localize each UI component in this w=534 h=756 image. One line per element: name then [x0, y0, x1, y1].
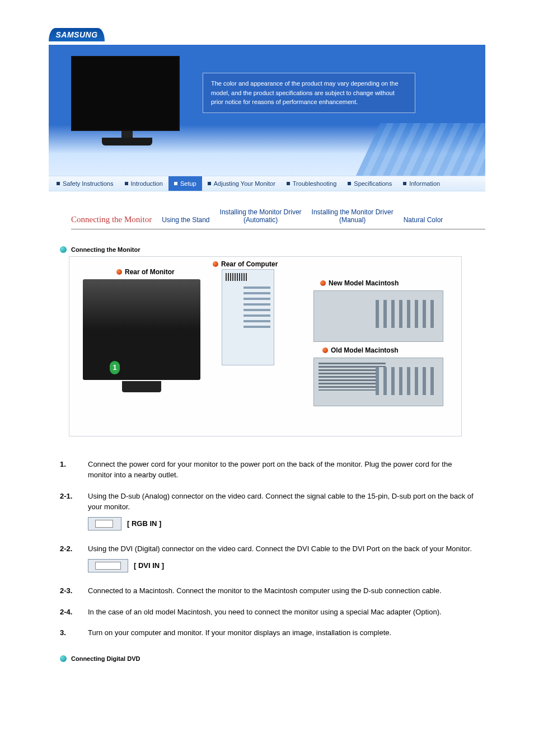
hero-notice: The color and appearance of the product … [203, 73, 415, 113]
label-old-mac: Old Model Macintosh [322, 346, 399, 354]
nav-introduction[interactable]: Introduction [119, 176, 168, 191]
square-bullet-icon [125, 182, 128, 185]
nav-safety-instructions[interactable]: Safety Instructions [51, 176, 119, 191]
square-bullet-icon [403, 182, 406, 185]
nav-information[interactable]: Information [397, 176, 446, 191]
sub-nav: Connecting the Monitor Using the Stand I… [71, 208, 485, 229]
step-text: Connect the power cord for your monitor … [88, 459, 474, 481]
step-number: 2-4. [60, 607, 88, 618]
hero-banner: The color and appearance of the product … [49, 45, 485, 190]
subtab-driver-manual[interactable]: Installing the Monitor Driver (Manual) [312, 208, 394, 228]
nav-label: Information [409, 180, 440, 187]
step-text: Connected to a Macintosh. Connect the mo… [88, 585, 474, 597]
nav-setup[interactable]: Setup [168, 176, 202, 191]
diagram-pc-image [222, 269, 274, 365]
step-number: 2-3. [60, 585, 88, 597]
nav-label: Adjusting Your Monitor [214, 180, 275, 187]
step-row: 2-4. In the case of an old model Macinto… [60, 607, 474, 618]
step-text: Turn on your computer and monitor. If yo… [88, 627, 474, 638]
step-text: Using the DVI (Digital) connector on the… [88, 543, 474, 555]
port-rgb: [ RGB IN ] [88, 517, 161, 530]
square-bullet-icon [174, 182, 177, 185]
step-row: 3. Turn on your computer and monitor. If… [60, 627, 474, 638]
subtab-driver-auto[interactable]: Installing the Monitor Driver (Automatic… [220, 208, 302, 228]
section-heading-connecting: Connecting the Monitor [60, 246, 485, 253]
step-row: 2-2. Using the DVI (Digital) connector o… [60, 543, 474, 575]
diagram-old-mac-image [313, 358, 443, 406]
main-nav: Safety Instructions Introduction Setup A… [49, 176, 485, 191]
nav-label: Specifications [354, 180, 392, 187]
nav-label: Safety Instructions [63, 180, 114, 187]
subtab-using-stand[interactable]: Using the Stand [162, 216, 209, 227]
step-row: 2-3. Connected to a Macintosh. Connect t… [60, 585, 474, 597]
rgb-port-icon [88, 517, 121, 530]
steps-list: 1. Connect the power cord for your monit… [60, 459, 474, 638]
connection-diagram: Rear of Monitor Rear of Computer New Mod… [69, 256, 462, 436]
square-bullet-icon [57, 182, 60, 185]
nav-specifications[interactable]: Specifications [342, 176, 397, 191]
label-new-mac: New Model Macintosh [320, 279, 399, 287]
nav-label: Setup [180, 180, 196, 187]
port-dvi: [ DVI IN ] [88, 559, 164, 572]
step-number: 1. [60, 459, 88, 481]
step-number: 2-1. [60, 491, 88, 534]
red-dot-icon [320, 280, 326, 286]
nav-label: Troubleshooting [293, 180, 336, 187]
subtab-natural-color[interactable]: Natural Color [404, 216, 443, 227]
subtab-connecting-monitor[interactable]: Connecting the Monitor [71, 214, 152, 228]
red-dot-icon [116, 269, 122, 275]
square-bullet-icon [348, 182, 351, 185]
diagram-callout-1: 1 [110, 361, 120, 374]
step-number: 3. [60, 627, 88, 638]
section-title: Connecting the Monitor [71, 246, 140, 253]
section-title: Connecting Digital DVD [71, 655, 140, 662]
step-text: In the case of an old model Macintosh, y… [88, 607, 474, 618]
bullet-icon [60, 655, 67, 662]
dvi-port-icon [88, 559, 128, 572]
hero-monitor-image [71, 56, 183, 151]
brand-logo: SAMSUNG [49, 28, 105, 41]
red-dot-icon [213, 261, 218, 267]
diagram-monitor-image [83, 279, 200, 380]
bullet-icon [60, 246, 67, 253]
step-row: 2-1. Using the D-sub (Analog) connector … [60, 491, 474, 534]
square-bullet-icon [287, 182, 290, 185]
square-bullet-icon [208, 182, 211, 185]
step-text: Using the D-sub (Analog) connector on th… [88, 491, 474, 513]
section-heading-dvd: Connecting Digital DVD [60, 655, 485, 662]
red-dot-icon [322, 348, 328, 353]
port-label: [ DVI IN ] [134, 560, 164, 571]
step-row: 1. Connect the power cord for your monit… [60, 459, 474, 481]
nav-label: Introduction [131, 180, 163, 187]
label-rear-computer: Rear of Computer [213, 260, 278, 268]
diagram-new-mac-image [313, 290, 443, 342]
nav-troubleshooting[interactable]: Troubleshooting [281, 176, 342, 191]
nav-adjusting[interactable]: Adjusting Your Monitor [202, 176, 281, 191]
step-number: 2-2. [60, 543, 88, 575]
label-rear-monitor: Rear of Monitor [116, 268, 175, 276]
port-label: [ RGB IN ] [127, 518, 161, 529]
